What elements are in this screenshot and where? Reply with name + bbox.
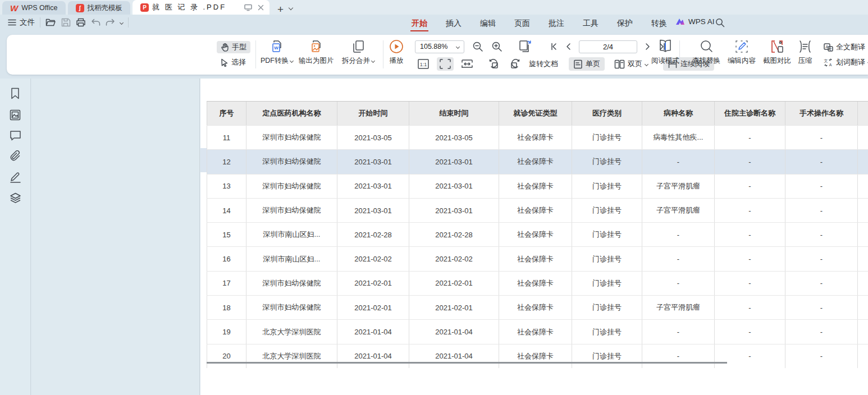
quick-access-chevron-icon[interactable] <box>120 20 124 24</box>
table-row[interactable]: 15深圳市南山区妇...2021-02-282021-02-28社会保障卡门诊挂… <box>207 222 868 246</box>
table-body: 11深圳市妇幼保健院2021-03-052021-03-05社会保障卡门诊挂号病… <box>207 125 868 368</box>
redo-icon[interactable] <box>106 19 115 26</box>
zoom-out-icon[interactable] <box>472 41 483 52</box>
tab-document[interactable]: P 就 医 记 录 .PDF <box>133 0 269 15</box>
table-cell: - <box>642 223 714 246</box>
table-cell: - <box>785 199 857 222</box>
pdf-convert-label: PDF转换 <box>261 56 289 66</box>
table-cell: 2021-02-01 <box>409 272 499 295</box>
divider <box>255 40 256 68</box>
menu-convert[interactable]: 转换 <box>650 16 668 31</box>
table-cell: - <box>714 345 785 368</box>
table-row[interactable]: 18深圳市妇幼保健院2021-02-012021-02-01社会保障卡门诊挂号子… <box>207 295 868 319</box>
tab-wps-office[interactable]: W WPS Office <box>2 1 66 15</box>
document-page[interactable]: 序号定点医药机构名称开始时间结束时间就诊凭证类型医疗类别病种名称住院主诊断名称手… <box>200 79 868 395</box>
comment-icon[interactable] <box>10 130 21 141</box>
double-page-button[interactable]: 双页 <box>610 57 652 71</box>
compress-button[interactable]: 压缩 <box>797 39 813 66</box>
table-cell: - <box>714 320 785 343</box>
edit-content-button[interactable]: 编辑内容 <box>728 39 756 66</box>
table-cell: 11 <box>207 126 246 149</box>
column-header: 住院主诊断名称 <box>714 102 785 125</box>
thumbnail-icon[interactable] <box>10 109 21 121</box>
rotate-doc-label[interactable]: 旋转文档 <box>529 59 558 69</box>
first-page-icon[interactable] <box>550 43 558 50</box>
monitor-icon[interactable] <box>244 4 252 11</box>
table-row[interactable]: 13深圳市妇幼保健院2021-03-012021-03-01社会保障卡门诊挂号子… <box>207 174 868 198</box>
wps-ai-button[interactable]: WPS AI <box>675 17 715 26</box>
word-translate-button[interactable]: 文A 划词翻译 <box>820 56 868 68</box>
zoom-level-input[interactable]: 105.88% <box>415 40 464 53</box>
fit-width-button[interactable] <box>459 57 476 71</box>
rotate-right-icon[interactable] <box>507 57 524 71</box>
menu-protect[interactable]: 保护 <box>616 16 634 31</box>
tab-templates[interactable]: ʃ 找稻壳模板 <box>68 1 131 15</box>
read-mode-button[interactable]: 阅读模式 <box>651 39 679 66</box>
find-replace-button[interactable]: 查找替换 <box>692 39 720 66</box>
fit-page-button[interactable] <box>437 57 454 71</box>
tab-label: 找稻壳模板 <box>88 3 123 13</box>
undo-icon[interactable] <box>91 19 100 26</box>
table-cell: 深圳市妇幼保健院 <box>246 296 337 319</box>
actual-size-button[interactable]: 1:1 <box>415 57 432 71</box>
next-page-icon[interactable] <box>645 43 651 50</box>
pdf-convert-button[interactable]: W PDF转换 <box>261 39 293 66</box>
file-menu-button[interactable]: 文件 <box>8 17 35 27</box>
table-row[interactable]: 14深圳市妇幼保健院2021-03-012021-03-01社会保障卡门诊挂号子… <box>207 198 868 222</box>
split-merge-button[interactable]: 拆分合并 <box>342 39 374 66</box>
hand-tool-button[interactable]: 手型 <box>217 41 250 53</box>
table-row[interactable]: 17深圳市妇幼保健院2021-02-012021-02-01社会保障卡门诊挂号-… <box>207 271 868 295</box>
export-image-button[interactable]: 输出为图片 <box>299 39 334 66</box>
svg-text:A: A <box>829 63 832 67</box>
table-cell: 2021-01-04 <box>409 320 499 343</box>
menu-home[interactable]: 开始 <box>410 16 428 31</box>
page-number-input[interactable]: 2/4 <box>579 40 637 53</box>
table-cell: 深圳市妇幼保健院 <box>246 126 337 149</box>
table-row[interactable]: 11深圳市妇幼保健院2021-03-052021-03-05社会保障卡门诊挂号病… <box>207 125 868 149</box>
wps-ai-label: WPS AI <box>688 17 715 26</box>
table-row[interactable]: 16深圳市南山区妇...2021-02-022021-02-02社会保障卡门诊挂… <box>207 246 868 270</box>
table-cell: - <box>785 320 857 343</box>
rotate-pages-icon[interactable] <box>518 40 533 53</box>
select-tool-button[interactable]: 选择 <box>217 56 250 68</box>
menu-insert[interactable]: 插入 <box>445 16 463 31</box>
attachment-icon[interactable] <box>10 150 21 162</box>
zoom-in-icon[interactable] <box>491 41 502 52</box>
menu-annotate[interactable]: 批注 <box>547 16 565 31</box>
menu-edit[interactable]: 编辑 <box>479 16 497 31</box>
close-icon[interactable] <box>258 4 264 11</box>
table-cell: 2021-02-01 <box>409 296 499 319</box>
prev-page-icon[interactable] <box>565 43 571 50</box>
rotate-left-icon[interactable] <box>485 57 502 71</box>
play-button[interactable]: 播放 <box>389 39 404 66</box>
save-icon[interactable] <box>61 18 71 27</box>
menu-page[interactable]: 页面 <box>513 16 531 31</box>
table-cell: 深圳市南山区妇... <box>246 247 337 270</box>
table-cell: 2021-02-28 <box>409 223 499 246</box>
signature-icon[interactable] <box>10 171 21 183</box>
search-icon[interactable] <box>715 18 725 27</box>
open-folder-icon[interactable] <box>45 18 56 27</box>
find-replace-icon <box>699 39 714 54</box>
table-cell: 2021-01-04 <box>409 345 499 368</box>
layers-icon[interactable] <box>10 192 21 204</box>
table-row[interactable]: 12深圳市妇幼保健院2021-03-012021-03-01社会保障卡门诊挂号-… <box>207 149 868 173</box>
table-row[interactable]: 19北京大学深圳医院2021-01-042021-01-04社会保障卡门诊挂号-… <box>207 319 868 343</box>
tab-list-chevron-icon[interactable] <box>289 6 293 10</box>
export-image-label: 输出为图片 <box>299 56 334 66</box>
table-row[interactable]: 20北京大学深圳医院2021-01-042021-01-04社会保障卡门诊挂号-… <box>207 344 868 368</box>
table-cell: 门诊挂号 <box>572 126 642 149</box>
table-cell: 子宫平滑肌瘤 <box>642 174 714 198</box>
svg-text:文: 文 <box>829 47 832 50</box>
bookmark-icon[interactable] <box>10 88 20 100</box>
hand-tool-label: 手型 <box>232 42 246 52</box>
print-icon[interactable] <box>76 18 86 27</box>
menu-bar: 文件 开始 插入 编辑 页面 批注 工具 保护 转换 WPS <box>0 15 868 33</box>
full-translate-button[interactable]: A文 全文翻译 <box>820 41 868 53</box>
table-cell: - <box>785 174 857 198</box>
table-cell-partial <box>857 223 868 246</box>
new-tab-button[interactable]: + <box>277 4 284 15</box>
menu-tools[interactable]: 工具 <box>582 16 600 31</box>
screenshot-compare-button[interactable]: 截图对比 <box>763 39 791 66</box>
single-page-button[interactable]: 单页 <box>569 57 605 71</box>
